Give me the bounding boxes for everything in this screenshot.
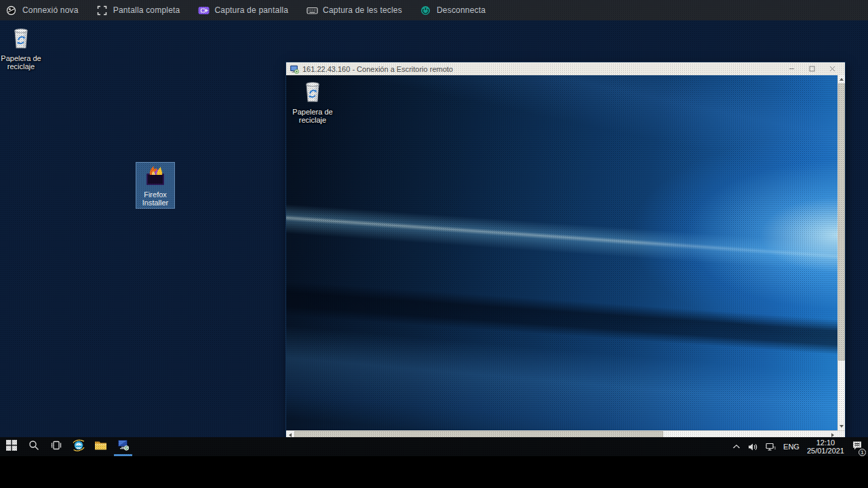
remote-desktop-icon: [117, 439, 130, 454]
start-button[interactable]: [0, 437, 22, 456]
minimize-button[interactable]: [781, 63, 802, 75]
recycle-bin-icon: [301, 79, 324, 106]
screenshot-camera-icon: [198, 5, 208, 16]
fullscreen-label: Pantalla completa: [113, 5, 180, 15]
system-tray: ENG 12:10 25/01/2021 1: [732, 439, 868, 455]
maximize-button[interactable]: [802, 63, 822, 75]
new-connection-button[interactable]: Connexió nova: [6, 5, 79, 16]
action-center-button[interactable]: 1: [852, 441, 863, 453]
disconnect-label: Desconnecta: [437, 5, 486, 15]
screenshot-label: Captura de pantalla: [214, 5, 288, 15]
tray-language[interactable]: ENG: [783, 443, 800, 451]
desktop-icon-label: Papelera de reciclaje: [292, 108, 334, 124]
scroll-up-button[interactable]: [838, 75, 845, 83]
window-title: 161.22.43.160 - Conexión a Escritorio re…: [302, 65, 781, 73]
start-icon: [6, 440, 17, 453]
remote-desktop-icon: [290, 64, 299, 73]
new-connection-label: Connexió nova: [22, 5, 79, 15]
search-icon: [28, 440, 39, 453]
file-explorer-button[interactable]: [90, 437, 112, 456]
tray-time: 12:10: [807, 439, 844, 447]
file-explorer-icon: [94, 440, 107, 453]
disconnect-globe-icon: [420, 5, 431, 16]
recycle-bin-icon: [9, 26, 33, 53]
vertical-scrollbar[interactable]: [837, 75, 845, 430]
key-capture-button[interactable]: Captura de les tecles: [307, 5, 402, 16]
notification-badge: 1: [859, 449, 866, 456]
close-button[interactable]: [822, 63, 842, 75]
tray-clock[interactable]: 12:10 25/01/2021: [807, 439, 844, 455]
screen: Connexió nova Pantalla completa Captura …: [0, 0, 868, 488]
chevron-up-icon[interactable]: [732, 444, 741, 449]
desktop-icon-recycle-bin[interactable]: Papelera de reciclaje: [0, 26, 42, 70]
key-capture-label: Captura de les tecles: [323, 5, 402, 15]
new-connection-globe-icon: [6, 5, 16, 16]
desktop-icon-label: Firefox Installer: [136, 190, 174, 207]
search-button[interactable]: [22, 437, 45, 456]
chevron-up-icon: [840, 78, 844, 81]
window-titlebar[interactable]: 161.22.43.160 - Conexión a Escritorio re…: [286, 62, 845, 75]
local-desktop: Papelera de reciclaje Firefox Installer: [0, 20, 868, 437]
fullscreen-button[interactable]: Pantalla completa: [97, 5, 180, 16]
rdp-client-toolbar: Connexió nova Pantalla completa Captura …: [0, 0, 868, 20]
chevron-down-icon: [840, 425, 844, 428]
internet-explorer-icon: [72, 439, 85, 455]
internet-explorer-button[interactable]: [67, 437, 90, 456]
fullscreen-brackets-icon: [97, 5, 107, 16]
tray-date: 25/01/2021: [807, 447, 844, 455]
volume-icon[interactable]: [748, 443, 758, 451]
remote-desktop-view[interactable]: Papelera de reciclaje: [286, 75, 837, 430]
vertical-scrollbar-thumb[interactable]: [838, 83, 845, 361]
disconnect-button[interactable]: Desconnecta: [420, 5, 486, 16]
remote-desktop-window: 161.22.43.160 - Conexión a Escritorio re…: [285, 62, 846, 440]
firefox-installer-icon: [144, 165, 167, 189]
scroll-down-button[interactable]: [838, 422, 845, 430]
task-view-button[interactable]: [45, 437, 67, 456]
network-icon[interactable]: [766, 443, 776, 451]
task-view-icon: [50, 440, 62, 453]
desktop-icon-label: Papelera de reciclaje: [0, 54, 42, 70]
taskbar: ENG 12:10 25/01/2021 1: [0, 437, 868, 456]
remote-desktop-app-button[interactable]: [112, 437, 134, 456]
remote-desktop-icon-recycle-bin[interactable]: Papelera de reciclaje: [292, 79, 334, 124]
desktop-icon-firefox-installer[interactable]: Firefox Installer: [136, 163, 174, 208]
keyboard-capture-icon: [307, 5, 317, 16]
screenshot-button[interactable]: Captura de pantalla: [198, 5, 288, 16]
